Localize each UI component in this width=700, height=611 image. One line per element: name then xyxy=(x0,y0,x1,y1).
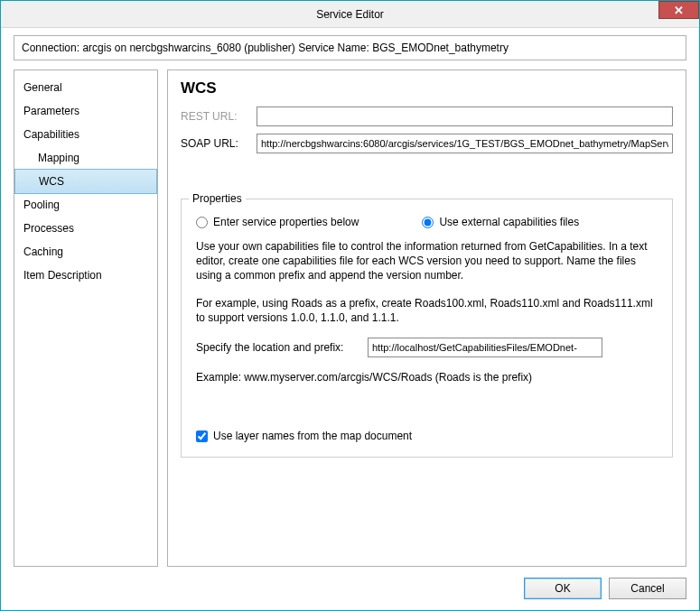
use-layer-names-checkbox[interactable] xyxy=(196,430,208,442)
page-title: WCS xyxy=(181,79,673,97)
connection-bar: Connection: arcgis on nercbgshwarcins_60… xyxy=(14,35,686,60)
instructions-para-2: For example, using Roads as a prefix, cr… xyxy=(196,296,658,325)
radio-external-files[interactable]: Use external capabilities files xyxy=(422,216,579,228)
radio-row: Enter service properties below Use exter… xyxy=(196,216,658,228)
close-icon: ✕ xyxy=(674,4,684,17)
radio-external-input[interactable] xyxy=(422,217,434,228)
nav-label: Caching xyxy=(23,245,63,258)
nav-item-wcs[interactable]: WCS xyxy=(14,169,157,194)
connection-text: Connection: arcgis on nercbgshwarcins_60… xyxy=(22,42,509,54)
nav-item-parameters[interactable]: Parameters xyxy=(14,99,157,123)
service-editor-window: Service Editor ✕ Connection: arcgis on n… xyxy=(0,0,700,611)
prefix-label: Specify the location and prefix: xyxy=(196,341,368,354)
radio-enter-properties[interactable]: Enter service properties below xyxy=(196,216,359,228)
window-title: Service Editor xyxy=(316,8,384,21)
soap-url-row: SOAP URL: xyxy=(181,134,673,153)
prefix-input[interactable] xyxy=(368,338,602,357)
nav-label: Capabilities xyxy=(23,128,79,141)
ok-label: OK xyxy=(555,582,570,595)
soap-url-label: SOAP URL: xyxy=(181,137,257,150)
close-button[interactable]: ✕ xyxy=(658,1,699,19)
nav-label: Item Description xyxy=(23,269,102,282)
radio-enter-input[interactable] xyxy=(196,217,208,228)
nav-item-mapping[interactable]: Mapping xyxy=(14,146,157,170)
instructions-para-1: Use your own capabilities file to contro… xyxy=(196,239,658,283)
cancel-button[interactable]: Cancel xyxy=(609,578,686,599)
titlebar: Service Editor ✕ xyxy=(1,1,699,28)
nav-label: Pooling xyxy=(23,199,60,211)
soap-url-input[interactable] xyxy=(257,134,673,153)
nav-label: Parameters xyxy=(23,105,79,117)
nav-item-capabilities[interactable]: Capabilities xyxy=(14,123,157,146)
use-layer-names-label: Use layer names from the map document xyxy=(213,430,412,442)
cancel-label: Cancel xyxy=(630,582,664,595)
nav-panel: General Parameters Capabilities Mapping … xyxy=(14,69,158,567)
nav-label: General xyxy=(23,81,62,94)
content-panel: WCS REST URL: SOAP URL: Properties Enter… xyxy=(167,69,686,567)
rest-url-input[interactable] xyxy=(257,106,673,126)
radio-enter-label: Enter service properties below xyxy=(213,216,359,228)
radio-external-label: Use external capabilities files xyxy=(439,216,579,228)
body-row: General Parameters Capabilities Mapping … xyxy=(14,69,686,567)
nav-item-pooling[interactable]: Pooling xyxy=(14,193,157,217)
nav-label: Processes xyxy=(23,222,74,235)
nav-item-general[interactable]: General xyxy=(14,76,157,99)
ok-button[interactable]: OK xyxy=(524,578,602,599)
properties-fieldset: Properties Enter service properties belo… xyxy=(181,199,673,458)
nav-label: WCS xyxy=(39,175,64,188)
footer: OK Cancel xyxy=(1,567,699,610)
rest-url-row: REST URL: xyxy=(181,106,673,126)
use-layer-names-row[interactable]: Use layer names from the map document xyxy=(196,430,658,442)
nav-label: Mapping xyxy=(38,152,79,164)
nav-item-caching[interactable]: Caching xyxy=(14,240,157,264)
example-text: Example: www.myserver.com/arcgis/WCS/Roa… xyxy=(196,370,658,384)
properties-legend: Properties xyxy=(189,192,246,205)
rest-url-label: REST URL: xyxy=(181,110,257,123)
prefix-row: Specify the location and prefix: xyxy=(196,338,658,357)
nav-item-item-description[interactable]: Item Description xyxy=(14,264,157,287)
nav-item-processes[interactable]: Processes xyxy=(14,217,157,240)
